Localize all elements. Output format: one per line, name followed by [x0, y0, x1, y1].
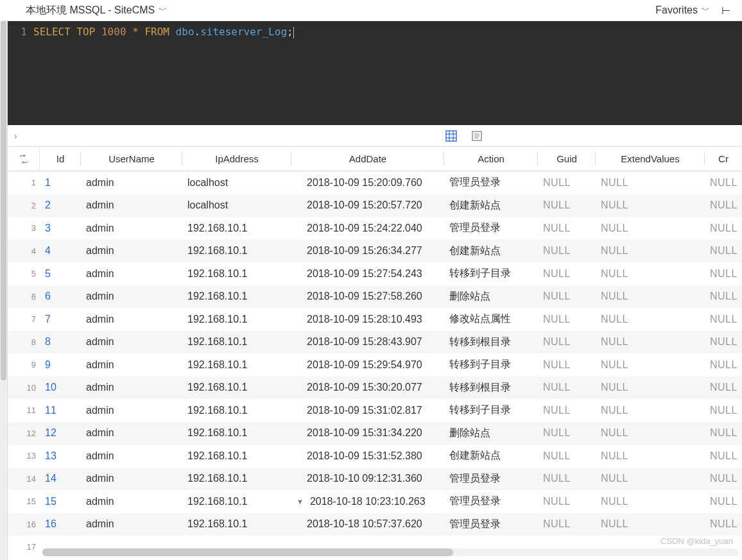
cell-cr[interactable]: NULL	[705, 359, 742, 371]
cell-cr[interactable]: NULL	[705, 314, 742, 325]
cell-extendvalues[interactable]: NULL	[596, 518, 705, 530]
cell-cr[interactable]: NULL	[705, 336, 742, 348]
cell-ipaddress[interactable]: 192.168.10.1	[182, 291, 291, 302]
column-header-cr[interactable]: Cr	[705, 147, 742, 171]
cell-adddate[interactable]: 2018-10-09 15:27:54.243	[291, 268, 444, 280]
cell-id[interactable]: 13	[40, 450, 81, 462]
cell-extendvalues[interactable]: NULL	[596, 450, 705, 462]
table-row[interactable]: 1616admin192.168.10.12018-10-18 10:57:37…	[8, 513, 742, 536]
cell-adddate[interactable]: 2018-10-09 15:20:57.720	[291, 199, 444, 211]
cell-extendvalues[interactable]: NULL	[596, 473, 705, 484]
cell-id[interactable]: 1	[40, 177, 81, 189]
table-row[interactable]: 33admin192.168.10.12018-10-09 15:24:22.0…	[8, 217, 742, 240]
table-row[interactable]: 1212admin192.168.10.12018-10-09 15:31:34…	[8, 422, 742, 445]
cell-username[interactable]: admin	[81, 336, 182, 348]
cell-id[interactable]: 12	[40, 427, 81, 439]
sql-editor[interactable]: 1 SELECT TOP 1000 * FROM dbo.siteserver_…	[8, 21, 742, 125]
table-row[interactable]: 11adminlocalhost2018-10-09 15:20:09.760管…	[8, 171, 742, 194]
cell-action[interactable]: 转移到根目录	[444, 381, 538, 395]
cell-action[interactable]: 修改站点属性	[444, 312, 538, 326]
cell-username[interactable]: admin	[81, 314, 182, 325]
cell-username[interactable]: admin	[81, 382, 182, 393]
cell-id[interactable]: 11	[40, 405, 81, 416]
cell-guid[interactable]: NULL	[538, 382, 596, 393]
cell-id[interactable]: 8	[40, 336, 81, 348]
cell-extendvalues[interactable]: NULL	[596, 382, 705, 393]
toolbar-more-glyph[interactable]: ⊢	[721, 4, 730, 17]
cell-extendvalues[interactable]: NULL	[596, 177, 705, 189]
cell-action[interactable]: 创建新站点	[444, 199, 538, 212]
cell-id[interactable]: 4	[40, 245, 81, 257]
vertical-scrollbar-thumb[interactable]	[1, 21, 6, 380]
cell-cr[interactable]: NULL	[705, 177, 742, 189]
favorites-menu[interactable]: Favorites ﹀	[655, 4, 710, 16]
table-row[interactable]: 44admin192.168.10.12018-10-09 15:26:34.2…	[8, 240, 742, 263]
cell-action[interactable]: 创建新站点	[444, 244, 538, 258]
cell-username[interactable]: admin	[81, 405, 182, 416]
cell-adddate[interactable]: 2018-10-10 09:12:31.360	[291, 473, 444, 484]
cell-username[interactable]: admin	[81, 223, 182, 234]
cell-action[interactable]: 管理员登录	[444, 472, 538, 486]
cell-cr[interactable]: NULL	[705, 291, 742, 302]
cell-username[interactable]: admin	[81, 359, 182, 371]
column-header-action[interactable]: Action	[444, 147, 538, 171]
table-row[interactable]: 1414admin192.168.10.12018-10-10 09:12:31…	[8, 468, 742, 491]
cell-adddate[interactable]: 2018-10-09 15:24:22.040	[291, 223, 444, 234]
cell-extendvalues[interactable]: NULL	[596, 245, 705, 257]
cell-ipaddress[interactable]: 192.168.10.1	[182, 359, 291, 371]
cell-id[interactable]: 2	[40, 199, 81, 211]
cell-guid[interactable]: NULL	[538, 518, 596, 530]
cell-cr[interactable]: NULL	[705, 245, 742, 257]
cell-action[interactable]: 转移到子目录	[444, 267, 538, 280]
cell-action[interactable]: 管理员登录	[444, 176, 538, 189]
column-header-adddate[interactable]: AddDate	[291, 147, 444, 171]
cell-adddate[interactable]: 2018-10-09 15:31:34.220	[291, 427, 444, 439]
column-header-extendvalues[interactable]: ExtendValues	[596, 147, 705, 171]
cell-username[interactable]: admin	[81, 518, 182, 530]
cell-guid[interactable]: NULL	[538, 405, 596, 416]
cell-guid[interactable]: NULL	[538, 359, 596, 371]
horizontal-scrollbar[interactable]	[42, 548, 738, 556]
cell-username[interactable]: admin	[81, 427, 182, 439]
table-row[interactable]: 66admin192.168.10.12018-10-09 15:27:58.2…	[8, 285, 742, 309]
cell-extendvalues[interactable]: NULL	[596, 223, 705, 234]
cell-adddate[interactable]: 2018-10-09 15:28:10.493	[291, 314, 444, 325]
cell-action[interactable]: 管理员登录	[444, 495, 538, 508]
cell-action[interactable]: 转移到根目录	[444, 335, 538, 349]
cell-id[interactable]: 10	[40, 382, 81, 393]
cell-id[interactable]: 16	[40, 518, 81, 530]
cell-cr[interactable]: NULL	[705, 496, 742, 507]
cell-action[interactable]: 管理员登录	[444, 518, 538, 531]
cell-guid[interactable]: NULL	[538, 268, 596, 280]
dropdown-icon[interactable]: ▼	[297, 498, 304, 505]
table-row[interactable]: 1313admin192.168.10.12018-10-09 15:31:52…	[8, 445, 742, 468]
cell-cr[interactable]: NULL	[705, 518, 742, 530]
cell-guid[interactable]: NULL	[538, 314, 596, 325]
cell-adddate[interactable]: 2018-10-18 10:57:37.620	[291, 518, 444, 530]
vertical-scrollbar[interactable]	[0, 21, 8, 560]
cell-username[interactable]: admin	[81, 496, 182, 507]
cell-ipaddress[interactable]: 192.168.10.1	[182, 496, 291, 507]
cell-username[interactable]: admin	[81, 245, 182, 257]
cell-extendvalues[interactable]: NULL	[596, 496, 705, 507]
cell-extendvalues[interactable]: NULL	[596, 291, 705, 302]
cell-ipaddress[interactable]: 192.168.10.1	[182, 314, 291, 325]
chevron-right-icon[interactable]: ›	[14, 131, 17, 141]
cell-extendvalues[interactable]: NULL	[596, 314, 705, 325]
cell-id[interactable]: 3	[40, 223, 81, 234]
cell-id[interactable]: 9	[40, 359, 81, 371]
cell-cr[interactable]: NULL	[705, 427, 742, 439]
cell-cr[interactable]: NULL	[705, 405, 742, 416]
cell-cr[interactable]: NULL	[705, 223, 742, 234]
cell-extendvalues[interactable]: NULL	[596, 427, 705, 439]
cell-id[interactable]: 6	[40, 291, 81, 302]
cell-ipaddress[interactable]: 192.168.10.1	[182, 268, 291, 280]
cell-id[interactable]: 15	[40, 496, 81, 507]
column-header-id[interactable]: Id	[40, 147, 81, 171]
table-row[interactable]: 99admin192.168.10.12018-10-09 15:29:54.9…	[8, 353, 742, 377]
cell-action[interactable]: 创建新站点	[444, 449, 538, 462]
cell-ipaddress[interactable]: 192.168.10.1	[182, 382, 291, 393]
cell-guid[interactable]: NULL	[538, 336, 596, 348]
cell-action[interactable]: 转移到子目录	[444, 358, 538, 371]
cell-adddate[interactable]: 2018-10-09 15:20:09.760	[291, 177, 444, 189]
